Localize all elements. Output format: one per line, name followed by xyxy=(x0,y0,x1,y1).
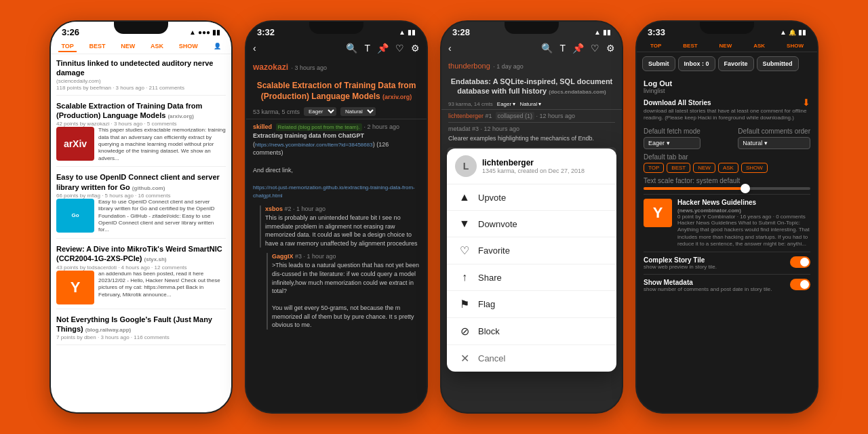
search-icon-2[interactable]: 🔍 xyxy=(346,43,357,54)
tab-new-4[interactable]: NEW xyxy=(717,41,735,50)
hn-guidelines-meta: 0 point by Y Combinator · 16 years ago ·… xyxy=(677,214,810,220)
download-stories-section: Download All Stories ⬇ download all late… xyxy=(644,97,810,122)
menu-downvote[interactable]: ▼ Downvote xyxy=(447,211,616,237)
tab-pill-top[interactable]: TOP xyxy=(644,163,664,173)
signal-icon: ●●● xyxy=(198,28,210,36)
download-icon[interactable]: ⬇ xyxy=(802,97,810,108)
comment-header-1-p2: skilled Related (blog post from the team… xyxy=(253,123,420,130)
downvote-icon: ▼ xyxy=(458,218,471,230)
heart-icon-2[interactable]: ♡ xyxy=(395,43,404,54)
user-meta-2: · 3 hours ago xyxy=(291,64,327,71)
block-icon: ⊘ xyxy=(458,325,471,338)
story-meta-2: 42 points by wazokazi · 3 hours ago · 5 … xyxy=(56,121,226,127)
sort-eager-2[interactable]: Eager xyxy=(304,107,336,116)
sort-natural-2[interactable]: Natural xyxy=(340,107,376,116)
wifi-icon-3: ▲ xyxy=(594,28,601,36)
tab-new-1[interactable]: NEW xyxy=(118,41,138,52)
tab-show-1[interactable]: SHOW xyxy=(176,41,201,52)
settings-icon-2[interactable]: ⚙ xyxy=(411,43,420,54)
karma-row-2: 53 karma, 5 cmts Eager Natural xyxy=(246,104,427,119)
comments-select[interactable]: Natural ▾ xyxy=(738,137,810,149)
menu-favorite[interactable]: ♡ Favorite xyxy=(447,237,616,264)
slider-thumb[interactable] xyxy=(741,184,750,193)
comment-author-1-p2[interactable]: skilled xyxy=(253,123,272,130)
downvote-label: Downvote xyxy=(478,219,517,229)
back-icon-3[interactable]: ‹ xyxy=(448,43,452,54)
tab-pill-new[interactable]: NEW xyxy=(693,163,715,173)
comment-author-2-p2[interactable]: xsbos xyxy=(265,205,283,212)
submit-button[interactable]: Submit xyxy=(642,56,675,71)
menu-share[interactable]: ↑ Share xyxy=(447,264,616,291)
text-scale-slider[interactable] xyxy=(644,187,810,190)
username-3: thunderbong xyxy=(448,62,490,70)
tab-user-1[interactable]: 👤 xyxy=(211,41,224,52)
story-title-5[interactable]: Not Everything Is Google's Fault (Just M… xyxy=(56,315,226,334)
menu-block[interactable]: ⊘ Block xyxy=(447,318,616,345)
comment-body-2-p2: This is probably an unintended feature b… xyxy=(265,214,420,248)
comment-text-3: Clearer examples highlighting the mechan… xyxy=(448,135,615,142)
story-text-4: an addendum has been posted, read it her… xyxy=(98,271,226,299)
story-title-p3[interactable]: Endatabas: A SQLite-inspired, SQL docume… xyxy=(448,77,615,96)
settings-icon-3[interactable]: ⚙ xyxy=(606,43,615,54)
story-item-1[interactable]: Tinnitus linked to undetected auditory n… xyxy=(56,58,226,96)
menu-cancel[interactable]: ✕ Cancel xyxy=(447,345,616,372)
submitted-button[interactable]: Submitted xyxy=(757,56,799,71)
story-title-p2[interactable]: Scalable Extraction of Training Data fro… xyxy=(253,81,420,102)
collapsed-comment-3[interactable]: lichtenberger #1 collapsed (1) · 12 hour… xyxy=(448,113,615,123)
tab-top-1[interactable]: TOP xyxy=(58,41,76,52)
favorite-button-4[interactable]: Favorite xyxy=(718,56,754,71)
story-title-3[interactable]: Easy to use OpenID Connect client and se… xyxy=(56,172,226,192)
share-label: Share xyxy=(478,273,502,283)
tab-top-4[interactable]: TOP xyxy=(648,41,664,50)
tab-show-4[interactable]: SHOW xyxy=(784,41,806,50)
story-title-2[interactable]: Scalable Extraction of Training Data fro… xyxy=(56,101,226,121)
comment-meta-1-p2: · 2 hours ago xyxy=(363,123,399,130)
nav-tabs-4[interactable]: TOP BEST NEW ASK SHOW xyxy=(637,40,817,52)
tab-best-1[interactable]: BEST xyxy=(86,41,108,52)
upvote-icon: ▲ xyxy=(458,191,471,203)
inbox-button[interactable]: Inbox : 0 xyxy=(678,56,715,71)
tab-ask-1[interactable]: ASK xyxy=(148,41,166,52)
tab-ask-4[interactable]: ASK xyxy=(751,41,768,50)
complex-story-info: Complex Story Tile show web preview in s… xyxy=(644,256,790,270)
upvote-label: Upvote xyxy=(478,193,506,203)
tab-best-4[interactable]: BEST xyxy=(680,41,700,50)
story-item-3[interactable]: Easy to use OpenID Connect client and se… xyxy=(56,172,226,239)
back-icon-2[interactable]: ‹ xyxy=(253,43,256,54)
comment-1-p2: skilled Related (blog post from the team… xyxy=(253,123,420,200)
menu-upvote[interactable]: ▲ Upvote xyxy=(447,184,616,211)
user-row-2: wazokazi · 3 hours ago xyxy=(246,56,427,77)
hn-guidelines-item[interactable]: Y Hacker News Guidelines (news.ycombinat… xyxy=(644,194,810,248)
story-item-2[interactable]: Scalable Extraction of Training Data fro… xyxy=(56,101,226,167)
comment-author-3-p2[interactable]: GaggIX xyxy=(272,253,294,260)
font-icon-3[interactable]: T xyxy=(559,43,566,54)
tab-pills: TOP BEST NEW ASK SHOW xyxy=(644,163,810,173)
story-domain-2: (arxiv.org) xyxy=(167,113,194,119)
heart-icon-3[interactable]: ♡ xyxy=(591,43,599,54)
story-with-thumb-2: arXiv This paper studies extractable mem… xyxy=(56,127,226,162)
pin-icon-2[interactable]: 📌 xyxy=(377,43,389,54)
story-title-1[interactable]: Tinnitus linked to undetected auditory n… xyxy=(56,58,226,78)
username-2[interactable]: wazokazi xyxy=(253,62,288,72)
fetch-select[interactable]: Eager ▾ xyxy=(644,137,701,149)
complex-story-toggle[interactable] xyxy=(790,256,810,268)
wifi-icon: ▲ xyxy=(189,28,196,36)
show-metadata-info: Show Metadata show number of comments an… xyxy=(644,279,790,292)
tab-pill-show[interactable]: SHOW xyxy=(741,163,768,173)
font-icon-2[interactable]: T xyxy=(364,43,370,54)
nav-tabs-1[interactable]: TOP BEST NEW ASK SHOW 👤 xyxy=(51,40,231,54)
show-metadata-toggle[interactable] xyxy=(790,279,810,290)
story-title-4[interactable]: Review: A Dive into MikroTik's Weird Sma… xyxy=(56,244,226,264)
story-domain-1: (sciencedaily.com) xyxy=(56,78,226,84)
pin-icon-3[interactable]: 📌 xyxy=(572,43,584,54)
block-label: Block xyxy=(478,326,500,336)
story-item-4[interactable]: Review: A Dive into MikroTik's Weird Sma… xyxy=(56,244,226,309)
comment-num-3-p2: #3 · 1 hour ago xyxy=(295,253,336,260)
story-meta-5: 7 points by dben · 3 hours ago · 116 com… xyxy=(56,334,226,340)
logout-label[interactable]: Log Out xyxy=(644,79,810,87)
tab-pill-ask[interactable]: ASK xyxy=(718,163,738,173)
menu-flag[interactable]: ⚑ Flag xyxy=(447,291,616,318)
search-icon-3[interactable]: 🔍 xyxy=(541,43,553,54)
tab-pill-best[interactable]: BEST xyxy=(667,163,690,173)
story-item-5[interactable]: Not Everything Is Google's Fault (Just M… xyxy=(56,315,226,346)
